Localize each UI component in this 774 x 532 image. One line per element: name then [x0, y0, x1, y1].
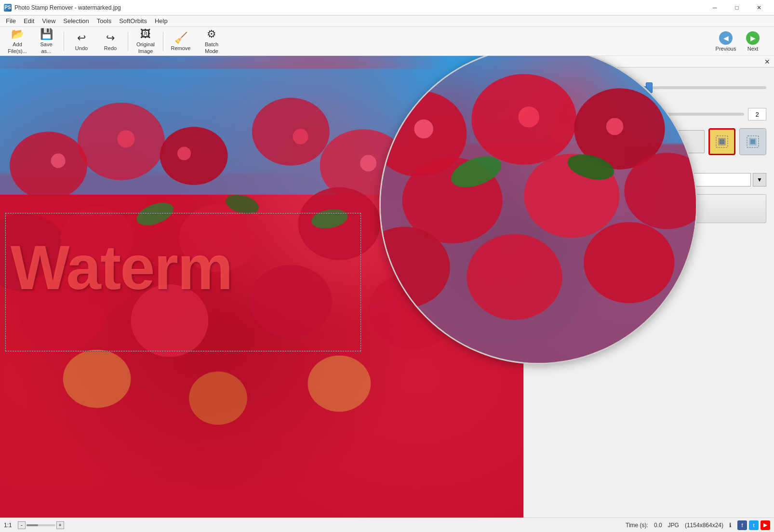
dimensions-label: (1154x864x24)	[685, 522, 723, 529]
save-as-label: Save as...	[40, 41, 52, 54]
time-value: 0.0	[654, 522, 662, 529]
maximize-button[interactable]: □	[726, 0, 748, 15]
nav-section: ◀ Previous ▶ Next	[712, 29, 766, 54]
color-fuzziness-thumb[interactable]	[646, 82, 653, 93]
mode-dropdown[interactable]: Inpainting Smart Fill Texture	[532, 173, 751, 186]
facebook-icon[interactable]: f	[737, 520, 747, 530]
remove-toolbar-button[interactable]: 🧹 Remove	[167, 29, 194, 54]
remove-icon: 🧹	[174, 32, 187, 44]
menu-edit[interactable]: Edit	[20, 16, 38, 26]
undo-icon: ↩	[77, 32, 86, 44]
save-icon: 💾	[40, 28, 53, 40]
remove-main-label: Remove	[644, 204, 676, 214]
previous-icon: ◀	[719, 31, 733, 45]
stamp-tool-button[interactable]	[708, 128, 735, 155]
color-fuzziness-fill	[532, 86, 649, 89]
color-fuzziness-section: Color Fuzziness	[532, 75, 766, 89]
dilate-track[interactable]	[532, 113, 744, 116]
magic-wand-icon	[745, 134, 761, 149]
info-icon[interactable]: ℹ	[729, 522, 732, 529]
youtube-icon[interactable]: ▶	[761, 520, 770, 530]
dilate-fill	[532, 113, 591, 116]
original-image-icon: 🖼	[140, 28, 151, 40]
window-controls: ─ □ ✕	[704, 0, 770, 15]
menu-softorbits[interactable]: SoftOrbits	[115, 16, 151, 26]
redo-button[interactable]: ↪ Redo	[97, 29, 124, 54]
svg-rect-49	[750, 139, 755, 144]
zoom-out-button[interactable]: -	[18, 521, 26, 529]
dilate-value[interactable]: 2	[748, 108, 766, 120]
dilate-section: Dilate 2	[532, 97, 766, 120]
color-fuzziness-label: Color Fuzziness	[532, 75, 766, 82]
status-bar: 1:1 - + Time (s): 0.0 JPG (1154x864x24) …	[0, 518, 774, 532]
title-bar: PS Photo Stamp Remover - watermarked.jpg…	[0, 0, 774, 15]
redo-icon: ↪	[106, 32, 115, 44]
remove-main-icon: ▶▶	[622, 202, 638, 215]
original-image-button[interactable]: 🖼 Original Image	[132, 29, 159, 54]
menu-file[interactable]: File	[2, 16, 20, 26]
toolbar-separator-3	[163, 32, 163, 51]
canvas-area[interactable]: Waterm	[0, 56, 523, 518]
menu-view[interactable]: View	[38, 16, 59, 26]
zoom-slider-fill	[27, 524, 38, 526]
mode-dropdown-row: Inpainting Smart Fill Texture ▼	[532, 173, 766, 186]
magic-wand-button[interactable]	[739, 128, 766, 155]
zoom-controls: - +	[18, 521, 64, 529]
remove-main-button[interactable]: ▶▶ Remove	[532, 194, 766, 223]
menu-bar: File Edit View Selection Tools SoftOrbit…	[0, 15, 774, 27]
previous-label: Previous	[716, 46, 736, 52]
batch-mode-icon: ⚙	[207, 28, 216, 40]
app-icon: PS	[4, 4, 12, 12]
zoom-in-button[interactable]: +	[56, 521, 64, 529]
social-icons: f t ▶	[737, 520, 770, 530]
watermark-text: Waterm	[11, 231, 232, 304]
menu-help[interactable]: Help	[151, 16, 172, 26]
save-as-button[interactable]: 💾 Save as...	[33, 29, 60, 54]
toolbar: 📂 Add File(s)... 💾 Save as... ↩ Undo ↪ R…	[0, 27, 774, 56]
add-files-label: Add File(s)...	[8, 41, 27, 54]
menu-tools[interactable]: Tools	[93, 16, 115, 26]
selection-buttons-row: Clear Selection	[532, 128, 766, 155]
add-files-icon: 📂	[11, 28, 24, 40]
right-panel: ✕ Color Fuzziness Dilate	[523, 56, 774, 518]
dilate-label: Dilate	[532, 97, 766, 104]
close-button[interactable]: ✕	[748, 0, 770, 15]
zoom-slider[interactable]	[27, 524, 55, 526]
batch-mode-button[interactable]: ⚙ Batch Mode	[196, 29, 227, 54]
panel-close-button[interactable]: ✕	[762, 57, 772, 66]
mode-dropdown-arrow[interactable]: ▼	[753, 173, 766, 186]
previous-button[interactable]: ◀ Previous	[712, 29, 739, 54]
color-fuzziness-slider-row	[532, 86, 766, 89]
next-icon: ▶	[746, 31, 760, 45]
redo-label: Redo	[104, 45, 117, 51]
panel-titlebar: ✕	[524, 56, 774, 67]
undo-label: Undo	[75, 45, 88, 51]
selection-buttons-section: Clear Selection	[532, 128, 766, 155]
undo-button[interactable]: ↩ Undo	[68, 29, 95, 54]
twitter-icon[interactable]: t	[749, 520, 759, 530]
clear-selection-button[interactable]: Clear Selection	[532, 130, 705, 153]
window-title: Photo Stamp Remover - watermarked.jpg	[14, 4, 704, 11]
add-files-button[interactable]: 📂 Add File(s)...	[4, 29, 31, 54]
panel-content: Color Fuzziness Dilate 2	[524, 67, 774, 518]
status-right: Time (s): 0.0 JPG (1154x864x24) ℹ f t ▶	[626, 520, 770, 530]
time-label: Time (s):	[626, 522, 648, 529]
menu-selection[interactable]: Selection	[59, 16, 93, 26]
dilate-slider-row: 2	[532, 108, 766, 120]
format-label: JPG	[668, 522, 679, 529]
next-label: Next	[747, 46, 759, 52]
dilate-thumb[interactable]	[587, 109, 594, 120]
object-removing-mode-section: Object Removing Mode Inpainting Smart Fi…	[532, 163, 766, 186]
main-area: Waterm	[0, 56, 774, 518]
original-image-label: Original Image	[136, 41, 155, 54]
minimize-button[interactable]: ─	[704, 0, 726, 15]
remove-label: Remove	[171, 45, 191, 51]
object-removing-mode-label: Object Removing Mode	[532, 163, 766, 170]
batch-mode-label: Batch Mode	[205, 41, 218, 54]
toolbar-separator-1	[64, 32, 64, 51]
toolbar-separator-2	[128, 32, 128, 51]
zoom-display: 1:1	[4, 522, 12, 529]
color-fuzziness-track[interactable]	[532, 86, 766, 89]
next-button[interactable]: ▶ Next	[739, 29, 766, 54]
zoom-value: 1:1	[4, 522, 12, 529]
